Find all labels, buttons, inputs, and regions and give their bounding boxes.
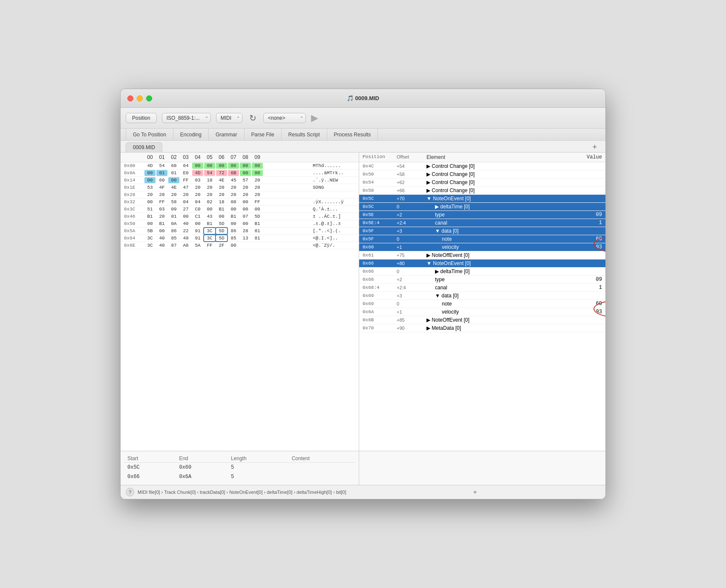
tab-main[interactable]: 0009.MID — [126, 142, 162, 152]
hex-row[interactable]: 0x5A5B008622913C5D862881[."..<].(. — [121, 228, 359, 235]
hex-byte[interactable]: 54 — [204, 170, 215, 176]
results-row[interactable]: 0x54+62▶ Control Change [0] — [359, 179, 605, 187]
hex-byte[interactable]: 00 — [240, 206, 251, 212]
hex-row[interactable]: 0x004D546864000000060000MThd...... — [121, 162, 359, 170]
nav-parse-file[interactable]: Parse File — [245, 129, 282, 141]
hex-byte[interactable]: 22 — [180, 228, 191, 234]
hex-byte[interactable]: FF — [204, 242, 215, 248]
hex-byte[interactable]: 00 — [204, 206, 215, 212]
hex-byte[interactable]: 20 — [252, 177, 263, 183]
results-row[interactable]: 0x4C+54▶ Control Change [0] — [359, 162, 605, 170]
hex-byte[interactable]: 4D — [192, 170, 203, 176]
hex-byte[interactable]: 00 — [144, 199, 156, 205]
hex-byte[interactable]: 20 — [204, 192, 215, 198]
hex-byte[interactable]: 91 — [192, 228, 203, 234]
hex-byte[interactable]: B1 — [156, 221, 167, 227]
none-select[interactable]: <none> — [263, 113, 306, 123]
nav-encoding[interactable]: Encoding — [173, 129, 209, 141]
hex-byte[interactable]: 00 — [240, 170, 251, 176]
results-row[interactable]: 0x66+80▼ NoteOnEvent [0] — [359, 259, 605, 268]
hex-row[interactable]: 0x643C408549913C5D851381<@.I.<].. — [121, 235, 359, 242]
hex-byte[interactable]: 20 — [240, 192, 251, 198]
hex-byte[interactable]: 5D — [216, 228, 227, 234]
hex-byte[interactable]: 00 — [228, 206, 239, 212]
results-row[interactable]: 0x5F+3▼ data [0] — [359, 227, 605, 235]
hex-byte[interactable]: 04 — [180, 199, 191, 205]
hex-byte[interactable]: 00 — [168, 177, 179, 183]
maximize-button[interactable] — [146, 95, 152, 101]
hex-byte[interactable]: 43 — [204, 213, 215, 219]
hex-byte[interactable]: 00 — [252, 206, 263, 212]
hex-byte[interactable]: 01 — [168, 213, 179, 219]
position-button[interactable]: Position — [126, 113, 157, 123]
hex-byte[interactable]: 01 — [168, 170, 179, 176]
hex-byte[interactable]: 20 — [204, 184, 215, 190]
hex-byte[interactable]: 3C — [144, 235, 156, 241]
hex-byte[interactable]: 54 — [156, 163, 167, 169]
hex-byte[interactable]: 5D — [252, 213, 263, 219]
hex-byte[interactable]: 00 — [192, 163, 203, 169]
results-row[interactable]: 0x5E+2type09 — [359, 211, 605, 219]
hex-row[interactable]: 0x1E534F4E47202020202020SONG — [121, 184, 359, 191]
hex-byte[interactable]: 91 — [192, 235, 203, 241]
hex-byte[interactable]: 2F — [216, 242, 227, 248]
hex-byte[interactable]: 5B — [144, 228, 156, 234]
hex-row[interactable]: 0x2820202020202020202020 — [121, 191, 359, 199]
hex-byte[interactable]: 20 — [216, 192, 227, 198]
hex-byte[interactable]: 00 — [240, 221, 251, 227]
hex-byte[interactable]: 20 — [168, 192, 179, 198]
hex-byte[interactable]: 00 — [204, 163, 215, 169]
results-row[interactable]: 0x60+1velocity93 — [359, 243, 605, 251]
hex-byte[interactable]: 4D — [144, 163, 156, 169]
hex-byte[interactable]: 00 — [192, 221, 203, 227]
hex-byte[interactable]: 07 — [240, 213, 251, 219]
hex-row[interactable]: 0x3200FF58040402180800FF.ÿX.......ÿ — [121, 199, 359, 206]
hex-byte[interactable]: 0A — [168, 221, 179, 227]
nav-go-to-position[interactable]: Go To Position — [126, 129, 173, 141]
tab-add-button[interactable]: + — [589, 143, 600, 152]
hex-byte[interactable]: 20 — [240, 184, 251, 190]
hex-row[interactable]: 0x14006000FF03184E455720.`.ÿ..NEW — [121, 177, 359, 184]
encoding-select[interactable]: ISO_8859-1:... — [162, 113, 211, 123]
hex-byte[interactable]: 13 — [240, 235, 251, 241]
hex-byte[interactable]: 00 — [216, 213, 227, 219]
hex-byte[interactable]: 86 — [228, 228, 239, 234]
hex-row[interactable]: 0x5000B10A4000B15D0000B1.±.@.±]..± — [121, 220, 359, 228]
hex-byte[interactable]: 40 — [180, 221, 191, 227]
hex-byte[interactable]: 85 — [228, 235, 239, 241]
hex-byte[interactable]: A8 — [180, 242, 191, 248]
hex-byte[interactable]: 08 — [228, 199, 239, 205]
hex-byte[interactable]: 47 — [180, 184, 191, 190]
hex-byte[interactable]: FF — [252, 199, 263, 205]
results-row[interactable]: 0x6B+85▶ NoteOffEvent [0] — [359, 316, 605, 324]
hex-byte[interactable]: 00 — [228, 221, 239, 227]
results-row[interactable]: 0x68+2type09 — [359, 276, 605, 284]
hex-byte[interactable]: C1 — [192, 213, 203, 219]
hex-byte[interactable]: 00 — [240, 163, 251, 169]
hex-byte[interactable]: 20 — [228, 184, 239, 190]
hex-byte[interactable]: 3C — [204, 235, 215, 241]
hex-byte[interactable]: 00 — [252, 163, 263, 169]
hex-byte[interactable]: 00 — [240, 199, 251, 205]
hex-byte[interactable]: 00 — [228, 242, 239, 248]
hex-byte[interactable]: 18 — [204, 177, 215, 183]
hex-byte[interactable]: 6B — [228, 170, 239, 176]
hex-byte[interactable]: 68 — [168, 163, 179, 169]
hex-byte[interactable]: 09 — [168, 206, 179, 212]
results-row[interactable]: 0x50+58▶ Control Change [0] — [359, 170, 605, 179]
results-row[interactable]: 0x70+90▶ MetaData [0] — [359, 324, 605, 332]
hex-byte[interactable]: 45 — [228, 177, 239, 183]
hex-row[interactable]: 0x3C51030927C000B1000000Q.'À.±... — [121, 206, 359, 213]
hex-byte[interactable]: 40 — [156, 242, 167, 248]
hex-byte[interactable]: 00 — [144, 221, 156, 227]
hex-byte[interactable]: 87 — [168, 242, 179, 248]
hex-byte[interactable]: 5D — [216, 221, 227, 227]
play-button[interactable]: ▶ — [311, 112, 318, 124]
hex-byte[interactable]: 20 — [216, 184, 227, 190]
hex-byte[interactable]: 03 — [192, 177, 203, 183]
results-row[interactable]: 0x5C+70▼ NoteOnEvent [0] — [359, 195, 605, 203]
hex-byte[interactable]: 81 — [252, 235, 263, 241]
results-row[interactable]: 0x5F0note60 — [359, 235, 605, 243]
hex-byte[interactable]: 27 — [180, 206, 191, 212]
hex-byte[interactable]: 3C — [204, 228, 215, 234]
